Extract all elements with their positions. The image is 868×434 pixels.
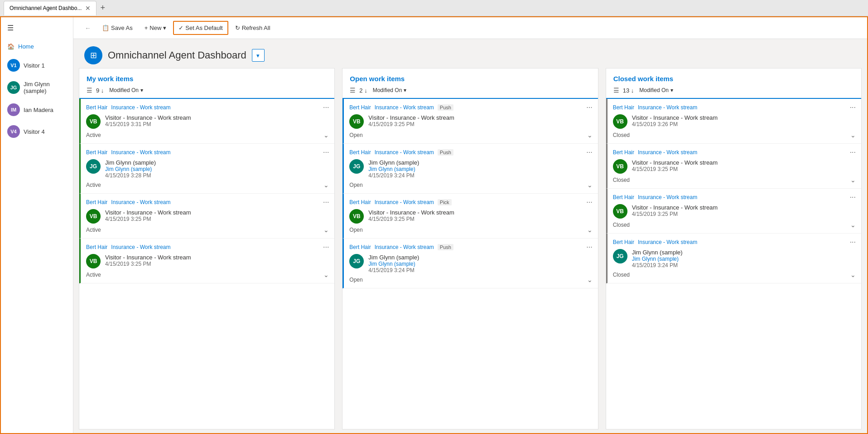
work-item-meta: Bert Hair Insurance - Work stream Push [349,244,453,250]
more-options-icon[interactable]: ··· [586,198,592,206]
item-time: 4/15/2019 3:24 PM [368,172,419,179]
item-title: Visitor - Insurance - Work stream [368,114,454,121]
column-title-my-work: My work items [87,75,327,83]
agent-name[interactable]: Bert Hair [349,244,371,250]
badge-push: Push [438,104,453,111]
work-item-header: Bert Hair Insurance - Work stream ··· [86,148,329,156]
work-item-meta: Bert Hair Insurance - Work stream [86,149,171,156]
agent-name[interactable]: Bert Hair [86,244,107,250]
agent-name[interactable]: Bert Hair [613,239,634,245]
more-options-icon[interactable]: ··· [850,103,856,112]
agent-name[interactable]: Bert Hair [86,104,107,111]
expand-icon[interactable]: ⌄ [323,226,329,234]
work-stream: Insurance - Work stream [638,239,697,245]
sidebar-item-v1[interactable]: V1 Visitor 1 [1,54,73,76]
more-options-icon[interactable]: ··· [323,198,329,206]
item-info: Visitor - Insurance - Work stream 4/15/2… [632,159,718,172]
expand-icon[interactable]: ⌄ [850,176,856,184]
items-list-closed-work: Bert Hair Insurance - Work stream ··· VB… [606,99,861,429]
work-item-body: VB Visitor - Insurance - Work stream 4/1… [86,209,329,224]
more-options-icon[interactable]: ··· [323,148,329,156]
item-time: 4/15/2019 3:28 PM [105,172,156,179]
sidebar-item-home[interactable]: 🏠 Home [1,39,73,54]
sort-button-my-work[interactable]: Modified On ▾ [107,86,145,94]
column-count-closed-work: 13 ↓ [623,87,634,94]
work-item-header: Bert Hair Insurance - Work stream Push ·… [349,148,592,156]
new-tab-button[interactable]: + [100,3,105,13]
item-info: Visitor - Insurance - Work stream 4/15/2… [632,204,718,217]
set-as-default-button[interactable]: ✓ Set As Default [173,21,228,35]
work-stream: Insurance - Work stream [375,104,434,111]
item-avatar: VB [86,114,101,129]
agent-name[interactable]: Bert Hair [613,104,634,111]
work-item-meta: Bert Hair Insurance - Work stream [613,194,698,200]
more-options-icon[interactable]: ··· [323,243,329,251]
item-time: 4/15/2019 3:25 PM [368,216,454,222]
work-item-meta: Bert Hair Insurance - Work stream [86,244,171,250]
work-stream: Insurance - Work stream [638,194,697,200]
back-button[interactable]: ← [81,21,95,35]
item-info: Jim Glynn (sample) Jim Glynn (sample) 4/… [368,254,419,273]
expand-icon[interactable]: ⌄ [587,132,593,139]
refresh-all-button[interactable]: ↻ Refresh All [230,21,275,34]
column-my-work: My work items ☰ 9 ↓ Modified On ▾ Bert H… [79,68,335,429]
item-subtitle[interactable]: Jim Glynn (sample) [368,261,419,267]
work-stream: Insurance - Work stream [375,199,434,205]
expand-icon[interactable]: ⌄ [587,181,593,189]
more-options-icon[interactable]: ··· [850,148,856,156]
more-options-icon[interactable]: ··· [586,243,592,251]
agent-name[interactable]: Bert Hair [349,149,371,156]
item-subtitle[interactable]: Jim Glynn (sample) [632,256,683,262]
more-options-icon[interactable]: ··· [323,103,329,112]
avatar-jg: JG [7,81,20,94]
expand-icon[interactable]: ⌄ [323,132,329,139]
more-options-icon[interactable]: ··· [586,148,592,156]
item-avatar: VB [613,114,627,129]
more-options-icon[interactable]: ··· [586,103,592,112]
toolbar: ← 📋 Save As + New ▾ ✓ Set As Default ↻ R… [73,17,867,39]
page-icon: ⊞ [84,46,102,64]
agent-name[interactable]: Bert Hair [86,149,107,156]
item-info: Visitor - Insurance - Work stream 4/15/2… [368,209,454,222]
column-closed-work: Closed work items ☰ 13 ↓ Modified On ▾ B… [606,68,862,429]
tab-close-icon[interactable]: ✕ [85,5,91,12]
expand-icon[interactable]: ⌄ [323,181,329,189]
sidebar-label-im: Ian Madera [24,107,53,113]
item-status: Open [349,277,362,283]
hamburger-menu[interactable]: ☰ [1,17,73,39]
work-item: Bert Hair Insurance - Work stream Pick ·… [342,194,598,239]
sidebar-item-v4[interactable]: V4 Visitor 4 [1,121,73,142]
new-button[interactable]: + New ▾ [140,21,172,34]
more-options-icon[interactable]: ··· [850,238,856,246]
column-controls-my-work: ☰ 9 ↓ Modified On ▾ [87,86,327,94]
item-time: 4/15/2019 3:25 PM [105,216,191,222]
sidebar-item-im[interactable]: IM Ian Madera [1,99,73,121]
expand-icon[interactable]: ⌄ [587,226,593,234]
page-header: ⊞ Omnichannel Agent Dashboard ▾ [73,39,867,68]
expand-icon[interactable]: ⌄ [850,271,856,278]
sidebar-item-jg[interactable]: JG Jim Glynn (sample) [1,76,73,99]
work-item: Bert Hair Insurance - Work stream Push ·… [342,99,598,144]
sort-button-open-work[interactable]: Modified On ▾ [371,86,409,94]
agent-name[interactable]: Bert Hair [613,194,634,200]
save-as-button[interactable]: 📋 Save As [97,21,138,34]
page-title-dropdown-button[interactable]: ▾ [252,49,265,62]
sort-button-closed-work[interactable]: Modified On ▾ [637,86,675,94]
agent-name[interactable]: Bert Hair [613,149,634,156]
item-avatar: JG [349,159,364,174]
more-options-icon[interactable]: ··· [850,193,856,201]
agent-name[interactable]: Bert Hair [86,199,107,205]
expand-icon[interactable]: ⌄ [850,132,856,139]
item-subtitle[interactable]: Jim Glynn (sample) [105,166,156,172]
item-subtitle[interactable]: Jim Glynn (sample) [368,166,419,172]
agent-name[interactable]: Bert Hair [349,199,371,205]
work-item-body: JG Jim Glynn (sample) Jim Glynn (sample)… [86,159,329,179]
save-icon: 📋 [102,24,109,31]
browser-tab[interactable]: Omnichannel Agent Dashbo... ✕ [4,1,96,15]
work-item-header: Bert Hair Insurance - Work stream Push ·… [349,103,592,112]
expand-icon[interactable]: ⌄ [587,276,593,283]
column-controls-closed-work: ☰ 13 ↓ Modified On ▾ [613,86,854,94]
agent-name[interactable]: Bert Hair [349,104,371,111]
expand-icon[interactable]: ⌄ [850,221,856,229]
expand-icon[interactable]: ⌄ [323,271,329,278]
